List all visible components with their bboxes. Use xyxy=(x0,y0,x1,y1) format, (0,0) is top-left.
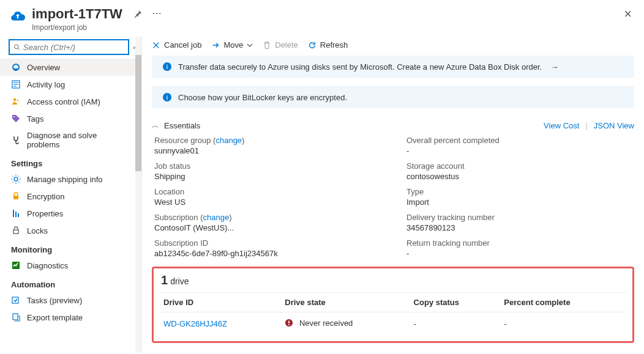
svg-rect-11 xyxy=(13,210,14,217)
sidebar-item-label: Locks xyxy=(27,226,48,235)
view-cost-link[interactable]: View Cost xyxy=(544,121,579,130)
properties-icon xyxy=(11,208,21,218)
activity-log-icon xyxy=(11,79,21,89)
info-icon: i xyxy=(162,92,172,102)
svg-rect-13 xyxy=(18,213,19,217)
svg-point-0 xyxy=(14,45,18,49)
change-rg-link[interactable]: change xyxy=(215,136,242,145)
col-copy-status[interactable]: Copy status xyxy=(410,293,501,312)
svg-line-1 xyxy=(18,48,20,50)
close-icon[interactable]: × xyxy=(621,6,634,22)
ess-label: Job status xyxy=(154,161,382,171)
sidebar-item-activity[interactable]: Activity log xyxy=(0,76,138,93)
drive-id-link[interactable]: WD-GK26HJJ46Z xyxy=(163,319,227,328)
essentials-toggle[interactable]: ︿ Essentials xyxy=(152,120,200,131)
svg-point-7 xyxy=(17,99,18,101)
arrow-right-icon: → xyxy=(550,62,558,72)
svg-point-8 xyxy=(13,116,15,117)
page-header: import-1T7TW Import/export job ⋯ × xyxy=(0,0,644,37)
table-row[interactable]: WD-GK26HJJ46Z Never received - - xyxy=(160,312,626,336)
resource-group-link[interactable]: sunnyvale01 xyxy=(154,146,382,155)
storage-account-link[interactable]: contosowestus xyxy=(406,172,634,181)
bitlocker-banner[interactable]: i Choose how your BitLocker keys are enc… xyxy=(152,86,634,108)
export-template-icon xyxy=(11,312,21,322)
toolbar-label: Move xyxy=(223,40,243,50)
ess-value: 34567890123 xyxy=(406,223,634,232)
col-drive-state[interactable]: Drive state xyxy=(281,293,410,312)
sidebar-item-label: Manage shipping info xyxy=(27,175,103,184)
scrollbar-thumb[interactable] xyxy=(135,55,141,171)
toolbar-label: Cancel job xyxy=(164,40,201,50)
command-bar: Cancel job Move Delete Refresh xyxy=(152,37,634,56)
diagnose-icon xyxy=(11,135,21,145)
ess-value: ab12345c-6de7-89f0-gh1ij234567k xyxy=(154,249,382,258)
sidebar-item-label: Activity log xyxy=(27,80,65,89)
ess-value: - xyxy=(406,249,634,258)
sidebar-group-settings: Settings xyxy=(0,153,138,171)
sidebar-item-label: Tags xyxy=(27,114,43,124)
tasks-icon xyxy=(11,295,21,305)
sidebar-item-label: Encryption xyxy=(27,192,64,201)
sidebar-item-shipping[interactable]: Manage shipping info xyxy=(0,171,138,188)
sidebar-item-export-template[interactable]: Export template xyxy=(0,309,138,326)
people-icon xyxy=(11,97,21,106)
sidebar-scrollbar[interactable] xyxy=(135,37,141,353)
move-button[interactable]: Move xyxy=(211,40,253,50)
search-input-wrap[interactable] xyxy=(9,39,129,55)
sidebar-group-monitoring: Monitoring xyxy=(0,239,138,257)
sidebar-item-iam[interactable]: Access control (IAM) xyxy=(0,93,138,110)
pin-icon[interactable] xyxy=(133,10,142,20)
lock-closed-icon xyxy=(11,226,21,235)
sidebar-item-label: Overview xyxy=(27,63,60,72)
essentials-grid: Resource group (change) sunnyvale01 Over… xyxy=(152,136,634,265)
banner-text: Transfer data securely to Azure using di… xyxy=(178,62,542,72)
percent-complete: - xyxy=(500,312,626,336)
gear-icon xyxy=(11,174,21,184)
toolbar-label: Refresh xyxy=(320,40,348,50)
change-sub-link[interactable]: change xyxy=(203,213,230,222)
main-content: Cancel job Move Delete Refresh i Transfe… xyxy=(142,37,644,353)
svg-rect-16 xyxy=(12,297,18,303)
ess-label: Overall percent completed xyxy=(406,136,634,145)
sidebar-item-label: Access control (IAM) xyxy=(27,97,100,106)
ess-label: Subscription xyxy=(154,213,198,222)
chevron-down-icon xyxy=(247,42,253,48)
ess-label: Resource group xyxy=(154,136,211,145)
sidebar-item-diagnostics[interactable]: Diagnostics xyxy=(0,257,138,274)
ess-label: Delivery tracking number xyxy=(406,213,634,222)
ess-label: Location xyxy=(154,187,382,196)
sidebar-item-overview[interactable]: Overview xyxy=(0,59,138,76)
sidebar-item-properties[interactable]: Properties xyxy=(0,205,138,222)
sidebar-item-tags[interactable]: Tags xyxy=(0,110,138,127)
sidebar-item-label: Export template xyxy=(27,313,83,322)
cloud-upload-icon xyxy=(10,9,26,24)
col-drive-id[interactable]: Drive ID xyxy=(160,293,281,312)
col-percent[interactable]: Percent complete xyxy=(500,293,626,312)
error-icon xyxy=(285,320,296,329)
ess-label: Return tracking number xyxy=(406,238,634,248)
sidebar-item-diagnose[interactable]: Diagnose and solve problems xyxy=(0,127,138,153)
svg-point-6 xyxy=(13,98,16,101)
divider: | xyxy=(585,121,587,130)
svg-rect-17 xyxy=(13,314,18,320)
delete-button: Delete xyxy=(263,40,298,50)
sidebar-item-locks[interactable]: Locks xyxy=(0,222,138,239)
svg-text:i: i xyxy=(167,94,168,101)
ess-label: Type xyxy=(406,187,634,196)
json-view-link[interactable]: JSON View xyxy=(594,121,634,130)
subscription-link[interactable]: ContosoIT (WestUS)... xyxy=(154,223,382,232)
refresh-button[interactable]: Refresh xyxy=(308,40,348,50)
page-title: import-1T7TW xyxy=(32,6,122,22)
sidebar: « Overview Activity log Access control (… xyxy=(0,37,142,353)
ess-value: - xyxy=(406,146,634,155)
drives-title: 1drive xyxy=(160,272,626,292)
drive-count: 1 xyxy=(161,273,168,287)
svg-rect-10 xyxy=(13,196,18,199)
sidebar-item-tasks[interactable]: Tasks (preview) xyxy=(0,292,138,309)
sidebar-item-encryption[interactable]: Encryption xyxy=(0,188,138,205)
more-icon[interactable]: ⋯ xyxy=(152,7,163,19)
cancel-job-button[interactable]: Cancel job xyxy=(152,40,201,50)
ess-value: Shipping xyxy=(154,172,382,181)
search-input[interactable] xyxy=(23,43,124,52)
databox-banner[interactable]: i Transfer data securely to Azure using … xyxy=(152,56,634,78)
